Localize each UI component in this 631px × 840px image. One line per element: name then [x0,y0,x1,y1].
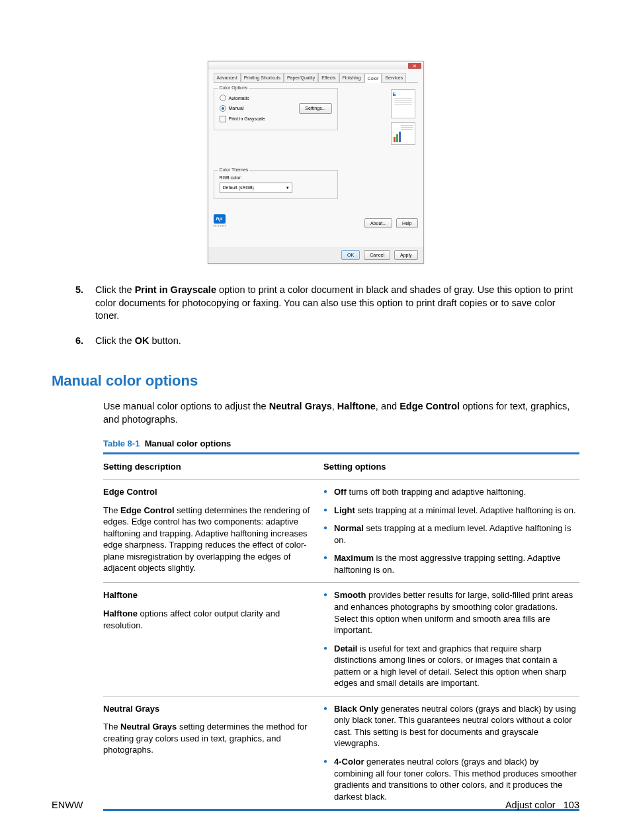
print-dialog-screenshot: ✕ Advanced Printing Shortcuts Paper/Qual… [208,61,424,264]
footer-left: ENWW [52,799,83,812]
instruction-steps: 5. Click the Print in Grayscale option t… [52,284,579,347]
list-item: ●Smooth provides better results for larg… [323,589,579,636]
row-desc-halftone: Halftone options affect color output cla… [103,608,312,631]
table-header-row: Setting description Setting options [103,454,579,480]
preview-chart-icon [391,122,415,145]
rgb-color-label: RGB color: [220,175,332,181]
list-item: ●Detail is useful for text and graphics … [323,643,579,689]
list-item: ●4-Color generates neutral colors (grays… [323,756,579,802]
preview-page-icon: E [391,89,415,118]
row-desc-edge-control: The Edge Control setting determines the … [103,505,312,574]
bullet-icon: ● [323,589,334,636]
dialog-footer: OK Cancel Apply [208,247,423,263]
tab-color[interactable]: Color [364,73,382,83]
checkbox-grayscale-label: Print in Grayscale [229,116,265,122]
rgb-color-select[interactable]: Default (sRGB) ▾ [220,183,292,192]
footer-right: Adjust color 103 [505,799,579,812]
page-footer: ENWW Adjust color 103 [52,799,579,812]
radio-automatic[interactable] [220,95,226,101]
checkbox-grayscale[interactable] [220,116,226,122]
step-number-6: 6. [52,335,95,348]
hp-logo-icon: hp [214,214,226,224]
section-heading-manual-color: Manual color options [52,371,579,391]
settings-button[interactable]: Settings... [299,103,331,113]
tab-effects[interactable]: Effects [318,73,339,82]
intro-paragraph: Use manual color options to adjust the N… [103,400,579,426]
manual-color-options-table: Setting description Setting options Edge… [103,452,579,812]
list-item: ●Black Only generates neutral colors (gr… [323,703,579,749]
list-item: ●Off turns off both trapping and adaptiv… [323,486,579,498]
radio-manual[interactable] [220,105,226,112]
table-row: Neutral Grays The Neutral Grays setting … [103,696,579,811]
bullet-icon: ● [323,703,334,749]
close-icon[interactable]: ✕ [408,63,421,69]
tab-services[interactable]: Services [382,73,406,82]
tab-paper-quality[interactable]: Paper/Quality [284,73,318,82]
step-body-6: Click the OK button. [95,335,181,348]
list-item: ●Maximum is the most aggressive trapping… [323,552,579,575]
step-body-5: Click the Print in Grayscale option to p… [95,284,579,323]
group-label-color-themes: Color Themes [218,167,250,173]
ok-button[interactable]: OK [341,250,360,260]
color-themes-group: Color Themes RGB color: Default (sRGB) ▾ [214,170,338,199]
row-title-halftone: Halftone [103,589,312,601]
color-options-group: Color Options Automatic Manual Settings.… [214,88,338,130]
dialog-tabs: Advanced Printing Shortcuts Paper/Qualit… [214,73,418,83]
dialog-titlebar: ✕ [208,62,423,69]
header-setting-options: Setting options [323,461,579,473]
header-setting-description: Setting description [103,461,323,473]
chevron-down-icon: ▾ [286,185,289,190]
about-button[interactable]: About... [364,218,392,228]
tab-finishing[interactable]: Finishing [339,73,364,82]
radio-automatic-label: Automatic [229,95,249,101]
radio-manual-label: Manual [229,105,244,111]
row-title-edge-control: Edge Control [103,486,312,498]
tab-printing-shortcuts[interactable]: Printing Shortcuts [241,73,284,82]
table-caption: Table 8-1 Manual color options [103,438,579,450]
help-button[interactable]: Help [396,218,417,228]
row-desc-neutral-grays: The Neutral Grays setting determines the… [103,721,312,756]
bullet-icon: ● [323,523,334,546]
bullet-icon: ● [323,505,334,517]
apply-button[interactable]: Apply [394,250,418,260]
table-row: Halftone Halftone options affect color o… [103,583,579,696]
bullet-icon: ● [323,643,334,689]
bullet-icon: ● [323,552,334,575]
tab-advanced[interactable]: Advanced [214,73,241,82]
table-row: Edge Control The Edge Control setting de… [103,480,579,583]
group-label-color-options: Color Options [218,85,249,91]
list-item: ●Light sets trapping at a minimal level.… [323,505,579,517]
step-number-5: 5. [52,284,95,323]
bullet-icon: ● [323,486,334,498]
bullet-icon: ● [323,756,334,802]
row-title-neutral-grays: Neutral Grays [103,703,312,715]
rgb-color-value: Default (sRGB) [223,185,254,190]
cancel-button[interactable]: Cancel [364,250,390,260]
list-item: ●Normal sets trapping at a medium level.… [323,523,579,546]
